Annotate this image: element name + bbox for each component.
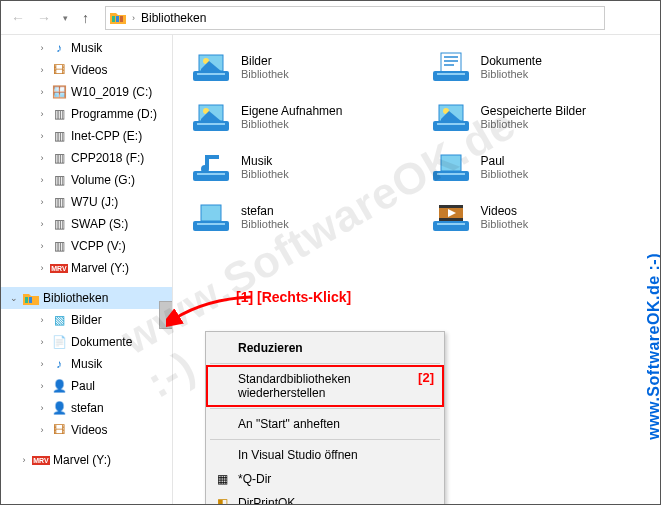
sidebar-item-drive-d[interactable]: ›▥Programme (D:) [1,103,172,125]
library-title: Dokumente [481,54,542,68]
sidebar-item-marvel-2[interactable]: ›MRVMarvel (Y:) [1,449,172,471]
breadcrumb-root[interactable]: Bibliotheken [141,11,206,25]
library-title: Paul [481,154,529,168]
drive-icon: ▥ [51,172,67,188]
library-subtitle: Bibliothek [241,218,289,230]
library-title: Videos [481,204,529,218]
library-subtitle: Bibliothek [481,118,586,130]
library-item-paul[interactable]: PaulBibliothek [431,149,661,185]
sidebar-item-drive-s[interactable]: ›▥SWAP (S:) [1,213,172,235]
library-title: Gespeicherte Bilder [481,104,586,118]
generic-library-icon [191,199,231,235]
library-item-gespeicherte-bilder[interactable]: Gespeicherte BilderBibliothek [431,99,661,135]
sidebar-item-drive-v[interactable]: ›▥VCPP (V:) [1,235,172,257]
svg-rect-3 [197,73,225,75]
libraries-icon [110,11,126,24]
sidebar-item-drive-e[interactable]: ›▥Inet-CPP (E:) [1,125,172,147]
sidebar-item-drive-g[interactable]: ›▥Volume (G:) [1,169,172,191]
breadcrumb-sep: › [132,13,135,23]
sidebar-item-bibliotheken[interactable]: ⌄ Bibliotheken [1,287,172,309]
sidebar-item-videos[interactable]: ›🎞Videos [1,59,172,81]
forward-button[interactable]: → [33,8,55,28]
library-item-dokumente[interactable]: DokumenteBibliothek [431,49,661,85]
sidebar-item-drive-j[interactable]: ›▥W7U (J:) [1,191,172,213]
pictures-library-icon [191,49,231,85]
library-subtitle: Bibliothek [481,218,529,230]
ctx-pin-to-start[interactable]: An "Start" anheften [208,412,442,436]
dirprintok-icon: ◧ [214,495,230,505]
watermark-side: www.SoftwareOK.de :-) [645,253,661,440]
toolbar: ← → ▾ ↑ › Bibliotheken [1,1,660,35]
drive-icon: ▥ [51,150,67,166]
user-icon: 👤 [51,378,67,394]
generic-library-icon [431,149,471,185]
marvel-icon: MRV [33,452,49,468]
ctx-open-vs[interactable]: In Visual Studio öffnen [208,443,442,467]
svg-rect-27 [437,223,465,225]
ctx-separator [210,408,440,409]
back-button[interactable]: ← [7,8,29,28]
svg-rect-19 [437,173,465,175]
video-icon: 🎞 [51,422,67,438]
library-item-eigene-aufnahmen[interactable]: Eigene AufnahmenBibliothek [191,99,421,135]
drive-icon: ▥ [51,194,67,210]
drive-icon: ▥ [51,106,67,122]
history-dropdown[interactable]: ▾ [59,13,72,23]
library-item-bilder[interactable]: BilderBibliothek [191,49,421,85]
svg-rect-10 [197,123,225,125]
sidebar-lib-stefan[interactable]: ›👤stefan [1,397,172,419]
svg-rect-17 [441,155,461,171]
svg-rect-20 [201,205,221,221]
ctx-separator [210,439,440,440]
sidebar-item-drive-f[interactable]: ›▥CPP2018 (F:) [1,147,172,169]
sidebar-item-musik[interactable]: ›♪Musik [1,37,172,59]
drive-w10-icon: 🪟 [51,84,67,100]
svg-rect-16 [197,173,225,175]
library-subtitle: Bibliothek [241,118,342,130]
sidebar-lib-videos[interactable]: ›🎞Videos [1,419,172,441]
library-item-musik[interactable]: MusikBibliothek [191,149,421,185]
svg-rect-22 [197,223,225,225]
svg-rect-25 [439,218,463,221]
sidebar-lib-dokumente[interactable]: ›📄Dokumente [1,331,172,353]
marvel-icon: MRV [51,260,67,276]
music-icon: ♪ [51,40,67,56]
pictures-library-icon [431,99,471,135]
sidebar-tree[interactable]: ›♪Musik ›🎞Videos ›🪟W10_2019 (C:) ›▥Progr… [1,35,173,504]
context-menu: Reduzieren Standardbibliotheken wiederhe… [205,331,445,505]
sidebar-item-drive-c[interactable]: ›🪟W10_2019 (C:) [1,81,172,103]
documents-icon: 📄 [51,334,67,350]
svg-rect-6 [437,73,465,75]
library-title: stefan [241,204,289,218]
drive-icon: ▥ [51,216,67,232]
svg-rect-4 [441,53,461,73]
music-icon: ♪ [51,356,67,372]
pictures-icon: ▧ [51,312,67,328]
sidebar-item-marvel[interactable]: ›MRVMarvel (Y:) [1,257,172,279]
svg-rect-2 [193,71,229,81]
svg-rect-21 [193,221,229,231]
up-button[interactable]: ↑ [76,10,95,26]
ctx-dirprintok[interactable]: ◧DirPrintOK [208,491,442,505]
video-icon: 🎞 [51,62,67,78]
pictures-library-icon [191,99,231,135]
drive-icon: ▥ [51,128,67,144]
library-subtitle: Bibliothek [241,68,289,80]
address-bar[interactable]: › Bibliotheken [105,6,605,30]
ctx-reduzieren[interactable]: Reduzieren [208,336,442,360]
sidebar-lib-musik[interactable]: ›♪Musik [1,353,172,375]
ctx-restore-default-libs[interactable]: Standardbibliotheken wiederherstellen [2… [208,367,442,405]
annotation-2: [2] [418,370,434,385]
sidebar-lib-paul[interactable]: ›👤Paul [1,375,172,397]
svg-rect-13 [433,121,469,131]
sidebar-lib-bilder[interactable]: ›▧Bilder [1,309,172,331]
svg-rect-24 [439,205,463,208]
library-title: Eigene Aufnahmen [241,104,342,118]
user-icon: 👤 [51,400,67,416]
svg-rect-15 [193,171,229,181]
annotation-1: [1] [Rechts-Klick] [236,289,351,305]
ctx-qdir[interactable]: ▦*Q-Dir [208,467,442,491]
library-item-stefan[interactable]: stefanBibliothek [191,199,421,235]
library-item-videos[interactable]: VideosBibliothek [431,199,661,235]
svg-rect-9 [193,121,229,131]
